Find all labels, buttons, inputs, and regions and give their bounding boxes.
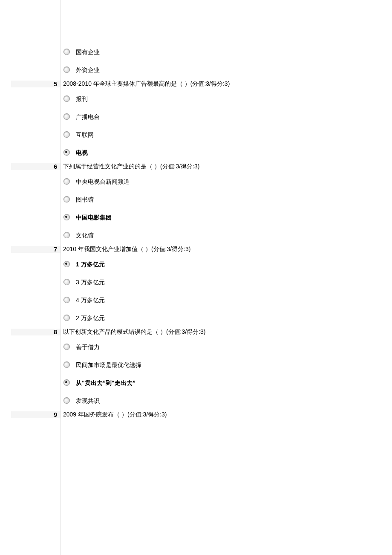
option-row[interactable]: 中央电视台新闻频道: [11, 172, 392, 190]
question-row: 8以下创新文化产品的模式错误的是（ ）(分值:3/得分:3): [11, 327, 392, 338]
radio-button[interactable]: [63, 49, 70, 55]
radio-cell: [61, 49, 72, 55]
question-text: 2008-2010 年全球主要媒体广告额最高的是（ ）(分值:3/得分:3): [61, 80, 392, 88]
radio-cell: [61, 297, 72, 303]
option-row[interactable]: 国有企业: [11, 43, 392, 61]
radio-button[interactable]: [63, 379, 70, 386]
option-row[interactable]: 广播电台: [11, 107, 392, 125]
radio-cell: [61, 131, 72, 138]
radio-cell: [61, 232, 72, 238]
option-label: 中国电影集团: [72, 212, 392, 222]
vertical-divider: [61, 0, 61, 555]
option-row[interactable]: 文化馆: [11, 226, 392, 244]
option-row[interactable]: 2 万多亿元: [11, 309, 392, 327]
option-label: 2 万多亿元: [72, 313, 392, 322]
option-label: 发现共识: [72, 396, 392, 405]
option-label: 报刊: [72, 94, 392, 103]
question-row: 92009 年国务院发布（ ）(分值:3/得分:3): [11, 409, 392, 420]
question-row: 72010 年我国文化产业增加值（ ）(分值:3/得分:3): [11, 244, 392, 255]
option-row[interactable]: 中国电影集团: [11, 208, 392, 226]
option-label: 从“卖出去”到“走出去”: [72, 378, 392, 387]
radio-cell: [61, 113, 72, 120]
radio-button[interactable]: [63, 397, 70, 404]
option-row[interactable]: 1 万多亿元: [11, 255, 392, 273]
option-row[interactable]: 图书馆: [11, 190, 392, 208]
radio-button[interactable]: [63, 279, 70, 285]
radio-button[interactable]: [63, 66, 70, 73]
radio-button[interactable]: [63, 344, 70, 350]
option-label: 善于借力: [72, 342, 392, 351]
radio-cell: [61, 361, 72, 368]
question-text: 以下创新文化产品的模式错误的是（ ）(分值:3/得分:3): [61, 328, 392, 336]
option-label: 国有企业: [72, 47, 392, 56]
option-label: 电视: [72, 147, 392, 157]
radio-button[interactable]: [63, 113, 70, 120]
option-label: 民间加市场是最优化选择: [72, 360, 392, 369]
radio-cell: [61, 379, 72, 386]
radio-cell: [61, 66, 72, 73]
option-label: 3 万多亿元: [72, 277, 392, 286]
radio-cell: [61, 261, 72, 267]
content-area: 国有企业外资企业52008-2010 年全球主要媒体广告额最高的是（ ）(分值:…: [61, 43, 392, 420]
radio-button[interactable]: [63, 196, 70, 202]
radio-cell: [61, 315, 72, 321]
question-text: 下列属于经营性文化产业的的是（ ）(分值:3/得分:3): [61, 163, 392, 171]
question-row: 6下列属于经营性文化产业的的是（ ）(分值:3/得分:3): [11, 161, 392, 172]
radio-cell: [61, 178, 72, 185]
question-row: 52008-2010 年全球主要媒体广告额最高的是（ ）(分值:3/得分:3): [11, 78, 392, 90]
option-label: 文化馆: [72, 230, 392, 240]
radio-cell: [61, 344, 72, 350]
quiz-page: 国有企业外资企业52008-2010 年全球主要媒体广告额最高的是（ ）(分值:…: [0, 0, 392, 555]
radio-button[interactable]: [63, 131, 70, 138]
option-row[interactable]: 报刊: [11, 90, 392, 107]
radio-button[interactable]: [63, 95, 70, 102]
radio-button[interactable]: [63, 178, 70, 185]
question-number: 9: [11, 411, 61, 418]
radio-cell: [61, 279, 72, 285]
radio-button[interactable]: [63, 261, 70, 267]
radio-cell: [61, 214, 72, 220]
option-row[interactable]: 外资企业: [11, 61, 392, 78]
option-label: 1 万多亿元: [72, 259, 392, 269]
question-number: 8: [11, 329, 61, 335]
radio-button[interactable]: [63, 297, 70, 303]
option-row[interactable]: 善于借力: [11, 338, 392, 356]
radio-button[interactable]: [63, 361, 70, 368]
option-label: 外资企业: [72, 65, 392, 74]
radio-cell: [61, 196, 72, 202]
option-label: 互联网: [72, 130, 392, 139]
radio-button[interactable]: [63, 232, 70, 238]
option-row[interactable]: 电视: [11, 143, 392, 161]
radio-button[interactable]: [63, 214, 70, 220]
radio-cell: [61, 95, 72, 102]
question-text: 2009 年国务院发布（ ）(分值:3/得分:3): [61, 411, 392, 419]
question-number: 7: [11, 246, 61, 253]
option-row[interactable]: 民间加市场是最优化选择: [11, 356, 392, 373]
option-row[interactable]: 互联网: [11, 125, 392, 143]
radio-cell: [61, 397, 72, 404]
option-label: 图书馆: [72, 194, 392, 204]
question-number: 6: [11, 163, 61, 170]
option-row[interactable]: 3 万多亿元: [11, 273, 392, 291]
option-row[interactable]: 从“卖出去”到“走出去”: [11, 373, 392, 391]
option-label: 广播电台: [72, 112, 392, 121]
question-number: 5: [11, 81, 61, 87]
option-label: 中央电视台新闻频道: [72, 176, 392, 186]
option-row[interactable]: 发现共识: [11, 391, 392, 409]
radio-button[interactable]: [63, 149, 70, 156]
option-row[interactable]: 4 万多亿元: [11, 291, 392, 309]
option-label: 4 万多亿元: [72, 295, 392, 304]
question-text: 2010 年我国文化产业增加值（ ）(分值:3/得分:3): [61, 246, 392, 253]
radio-button[interactable]: [63, 315, 70, 321]
radio-cell: [61, 149, 72, 156]
